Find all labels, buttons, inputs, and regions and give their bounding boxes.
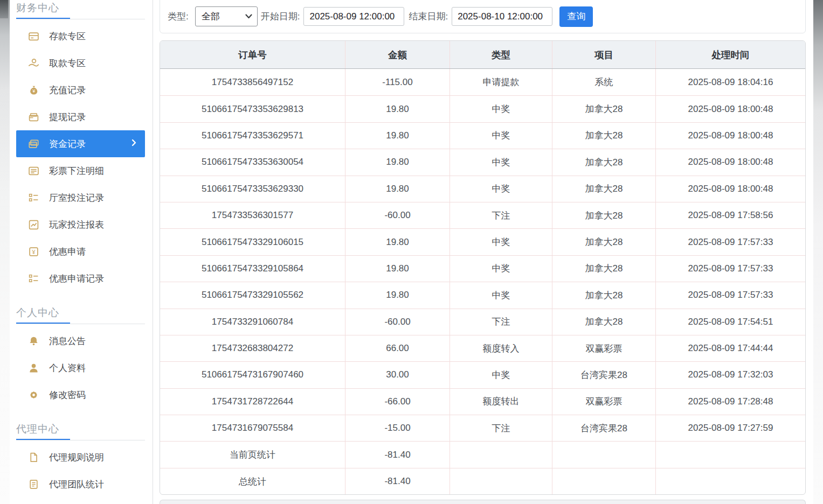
table-cell xyxy=(656,468,805,494)
sidebar-item-funds-cards[interactable]: 资金记录 xyxy=(16,130,145,157)
sidebar-item-promo-record-list[interactable]: 优惠申请记录 xyxy=(16,265,145,292)
background-left-edge xyxy=(0,0,10,504)
file-text-icon xyxy=(28,479,39,490)
pagination-panel xyxy=(160,500,806,504)
sidebar-section: 财务中心存款专区取款专区¥充值记录提现记录资金记录彩票下注明细厅室投注记录玩家投… xyxy=(10,0,153,292)
table-cell: 双赢彩票 xyxy=(552,388,656,415)
table-cell: 2025-08-09 18:00:48 xyxy=(656,176,805,202)
table-cell: 双赢彩票 xyxy=(552,335,656,361)
start-date-input[interactable] xyxy=(303,7,404,26)
table-cell xyxy=(450,441,552,467)
table-cell: 2025-08-09 17:28:48 xyxy=(656,388,805,415)
table-summary-row: 总统计-81.40 xyxy=(160,468,805,494)
table-cell: 2025-08-09 17:57:33 xyxy=(656,282,805,308)
table-cell: 51066175473353629571 xyxy=(160,122,345,149)
sidebar-item-deposit-card[interactable]: 存款专区 xyxy=(16,23,145,50)
table-cell: 2025-08-09 17:54:51 xyxy=(656,309,805,335)
table-cell: 中奖 xyxy=(450,255,552,282)
filter-panel: 类型: 全部 开始日期: 结束日期: 查询 xyxy=(160,0,806,33)
deposit-card-icon xyxy=(28,31,39,42)
column-header: 金额 xyxy=(345,41,450,68)
table-cell: 中奖 xyxy=(450,95,552,122)
sidebar-item-lottery-detail[interactable]: 彩票下注明细 xyxy=(16,157,145,184)
table-cell: 19.80 xyxy=(345,95,450,122)
table-cell: 2025-08-09 17:32:03 xyxy=(656,361,805,388)
sidebar-item-hall-bet-list[interactable]: 厅室投注记录 xyxy=(16,184,145,211)
table-cell: 30.00 xyxy=(345,361,450,388)
table-cell: 加拿大28 xyxy=(552,309,656,335)
table-cell: 51066175473329106015 xyxy=(160,228,345,255)
table-cell: 19.80 xyxy=(345,255,450,282)
sidebar-section: 个人中心消息公告个人资料修改密码 xyxy=(10,305,153,408)
table-cell: -81.40 xyxy=(345,468,450,494)
table-cell: 1754731679075584 xyxy=(160,415,345,441)
sidebar-item-gear[interactable]: 修改密码 xyxy=(16,381,145,408)
table-cell: 2025-08-09 18:00:48 xyxy=(656,149,805,175)
table-cell: 加拿大28 xyxy=(552,176,656,202)
table-cell: 19.80 xyxy=(345,122,450,149)
table-cell: 额度转出 xyxy=(450,388,552,415)
page: { "sidebar": { "sections": [ { "title": … xyxy=(0,0,823,504)
sidebar: 财务中心存款专区取款专区¥充值记录提现记录资金记录彩票下注明细厅室投注记录玩家投… xyxy=(10,0,153,504)
table-cell: 系统 xyxy=(552,69,656,95)
table-cell xyxy=(552,441,656,467)
table-cell: 加拿大28 xyxy=(552,255,656,282)
table-header-row: 订单号金额类型项目处理时间 xyxy=(160,41,805,69)
table-cell: 1754732683804272 xyxy=(160,335,345,361)
table-cell: 加拿大28 xyxy=(552,95,656,122)
table-cell: 2025-08-09 17:58:56 xyxy=(656,202,805,228)
table-cell: 台湾宾果28 xyxy=(552,361,656,388)
sidebar-item-label: 资金记录 xyxy=(49,138,86,150)
file-icon xyxy=(28,452,39,463)
table-cell: -81.40 xyxy=(345,441,450,467)
table-cell xyxy=(552,468,656,494)
table-cell: 19.80 xyxy=(345,228,450,255)
table-row: 1754731679075584-15.00下注台湾宾果282025-08-09… xyxy=(160,415,805,441)
table-row: 175473268380427266.00额度转入双赢彩票2025-08-09 … xyxy=(160,335,805,361)
search-button[interactable]: 查询 xyxy=(559,6,593,27)
table-summary-row: 当前页统计-81.40 xyxy=(160,441,805,467)
sidebar-item-file[interactable]: 代理规则说明 xyxy=(16,444,145,471)
table-cell: 51066175473353629330 xyxy=(160,176,345,202)
table-cell: 申请提款 xyxy=(450,69,552,95)
sidebar-item-bell[interactable]: 消息公告 xyxy=(16,327,145,354)
gear-icon xyxy=(28,389,39,401)
table-cell: 中奖 xyxy=(450,282,552,308)
records-table: 订单号金额类型项目处理时间 1754733856497152-115.00申请提… xyxy=(160,40,806,495)
background-right-edge xyxy=(813,0,823,504)
table-cell xyxy=(656,441,805,467)
table-cell: 加拿大28 xyxy=(552,122,656,149)
type-label: 类型: xyxy=(168,10,189,23)
sidebar-item-recharge-bag[interactable]: ¥充值记录 xyxy=(16,76,145,103)
table-cell: 加拿大28 xyxy=(552,149,656,175)
sidebar-section-title: 财务中心 xyxy=(10,0,153,14)
sidebar-item-file-text[interactable]: 代理团队统计 xyxy=(16,471,145,498)
table-cell: 2025-08-09 18:00:48 xyxy=(656,122,805,149)
table-row: 5106617547335362957119.80中奖加拿大282025-08-… xyxy=(160,122,805,149)
chevron-down-icon xyxy=(245,14,252,19)
sidebar-item-withdraw-wallet[interactable]: 提现记录 xyxy=(16,103,145,130)
table-cell: 当前页统计 xyxy=(160,441,345,467)
table-cell: 下注 xyxy=(450,202,552,228)
svg-text:¥: ¥ xyxy=(32,88,35,94)
end-date-input[interactable] xyxy=(452,7,552,26)
table-row: 5106617547332910556219.80中奖加拿大282025-08-… xyxy=(160,282,805,308)
chevron-right-icon xyxy=(130,138,137,149)
table-cell: 2025-08-09 17:27:59 xyxy=(656,415,805,441)
type-select[interactable]: 全部 xyxy=(195,6,258,26)
table-cell: 51066175473329105562 xyxy=(160,282,345,308)
column-header: 类型 xyxy=(450,41,552,68)
table-cell: 51066175473329105864 xyxy=(160,255,345,282)
table-cell: 额度转入 xyxy=(450,335,552,361)
table-body: 1754733856497152-115.00申请提款系统2025-08-09 … xyxy=(160,69,805,494)
sidebar-item-promo-apply[interactable]: ¥优惠申请 xyxy=(16,238,145,265)
table-cell: 66.00 xyxy=(345,335,450,361)
svg-text:¥: ¥ xyxy=(32,248,36,255)
sidebar-item-person[interactable]: 个人资料 xyxy=(16,354,145,381)
table-cell: 中奖 xyxy=(450,228,552,255)
sidebar-item-label: 修改密码 xyxy=(49,389,86,401)
sidebar-item-withdraw-hand[interactable]: 取款专区 xyxy=(16,50,145,76)
sidebar-item-player-chart[interactable]: 玩家投注报表 xyxy=(16,211,145,238)
table-cell: 51066175473353629813 xyxy=(160,95,345,122)
sidebar-item-label: 消息公告 xyxy=(49,335,86,347)
